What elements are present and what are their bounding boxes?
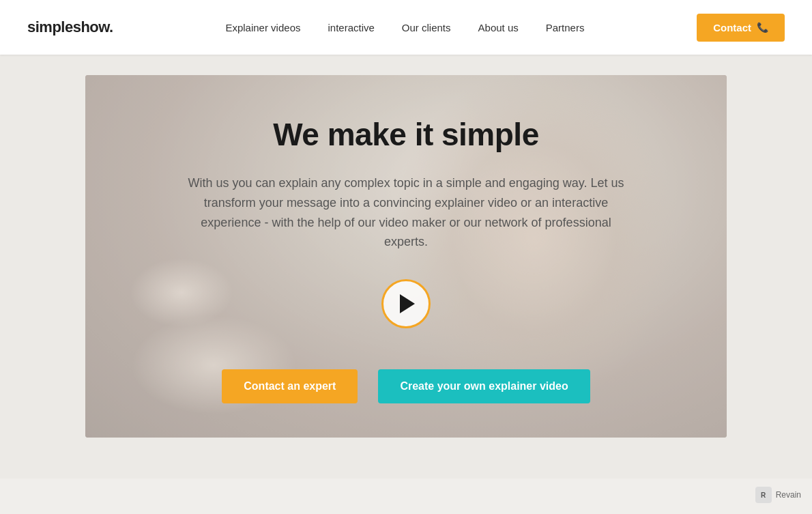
- contact-expert-button[interactable]: Contact an expert: [222, 369, 358, 403]
- hero-content: We make it simple With us you can explai…: [85, 75, 727, 438]
- contact-button[interactable]: Contact 📞: [697, 14, 785, 42]
- hero-description: With us you can explain any complex topi…: [181, 173, 631, 252]
- nav-item-explainer-videos[interactable]: Explainer videos: [225, 22, 300, 33]
- phone-icon: 📞: [757, 22, 768, 33]
- contact-button-label: Contact: [713, 22, 751, 33]
- site-header: simpleshow. Explainer videos interactive…: [0, 0, 812, 55]
- nav-item-interactive[interactable]: interactive: [328, 22, 374, 33]
- create-video-button[interactable]: Create your own explainer video: [378, 369, 590, 403]
- nav-item-partners[interactable]: Partners: [546, 22, 585, 33]
- main-nav: Explainer videos interactive Our clients…: [225, 22, 584, 33]
- logo-text: simpleshow.: [27, 18, 113, 36]
- revain-badge: R Revain: [755, 487, 801, 503]
- logo[interactable]: simpleshow.: [27, 18, 113, 36]
- play-button[interactable]: [381, 279, 431, 328]
- page-background: We make it simple With us you can explai…: [0, 55, 812, 479]
- nav-item-our-clients[interactable]: Our clients: [402, 22, 451, 33]
- hero-section: We make it simple With us you can explai…: [85, 75, 727, 438]
- hero-title: We make it simple: [273, 116, 539, 153]
- nav-item-about-us[interactable]: About us: [478, 22, 519, 33]
- cta-row: Contact an expert Create your own explai…: [222, 369, 590, 403]
- play-icon: [400, 294, 415, 313]
- revain-label: Revain: [776, 490, 801, 500]
- revain-icon: R: [755, 487, 772, 503]
